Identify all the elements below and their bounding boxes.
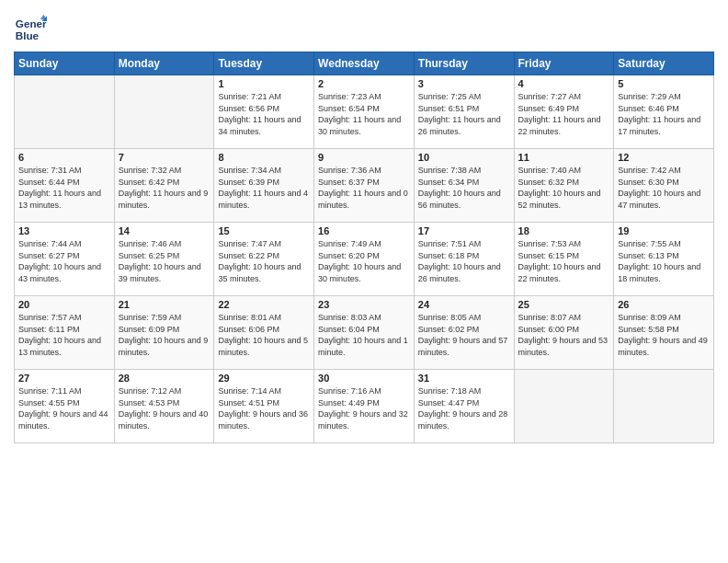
day-number: 14 bbox=[119, 225, 210, 236]
calendar-day-cell: 19Sunrise: 7:55 AMSunset: 6:13 PMDayligh… bbox=[614, 223, 714, 296]
calendar-day-cell: 31Sunrise: 7:18 AMSunset: 4:47 PMDayligh… bbox=[414, 370, 514, 443]
day-info: Sunrise: 7:49 AMSunset: 6:20 PMDaylight:… bbox=[318, 238, 410, 284]
day-info: Sunrise: 7:40 AMSunset: 6:32 PMDaylight:… bbox=[518, 165, 610, 211]
day-info: Sunrise: 7:47 AMSunset: 6:22 PMDaylight:… bbox=[218, 238, 310, 284]
day-info: Sunrise: 7:16 AMSunset: 4:49 PMDaylight:… bbox=[318, 385, 410, 431]
calendar-day-cell bbox=[614, 370, 714, 443]
calendar-day-cell: 17Sunrise: 7:51 AMSunset: 6:18 PMDayligh… bbox=[414, 223, 514, 296]
calendar-week-row: 27Sunrise: 7:11 AMSunset: 4:55 PMDayligh… bbox=[15, 370, 714, 443]
weekday-header-thursday: Thursday bbox=[414, 52, 514, 75]
calendar-day-cell: 25Sunrise: 8:07 AMSunset: 6:00 PMDayligh… bbox=[514, 296, 614, 370]
day-number: 24 bbox=[418, 299, 510, 310]
day-number: 7 bbox=[119, 152, 210, 163]
calendar-week-row: 6Sunrise: 7:31 AMSunset: 6:44 PMDaylight… bbox=[15, 149, 714, 223]
calendar-day-cell: 4Sunrise: 7:27 AMSunset: 6:49 PMDaylight… bbox=[514, 75, 614, 149]
day-info: Sunrise: 8:09 AMSunset: 5:58 PMDaylight:… bbox=[618, 312, 710, 358]
weekday-header-sunday: Sunday bbox=[15, 52, 115, 75]
main-container: General Blue SundayMondayTuesdayWednesda… bbox=[0, 0, 728, 453]
day-number: 9 bbox=[318, 152, 410, 163]
calendar-day-cell bbox=[514, 370, 614, 443]
day-number: 22 bbox=[218, 299, 310, 310]
weekday-header-tuesday: Tuesday bbox=[214, 52, 314, 75]
day-number: 13 bbox=[18, 225, 110, 236]
calendar-day-cell: 28Sunrise: 7:12 AMSunset: 4:53 PMDayligh… bbox=[114, 370, 214, 443]
calendar-day-cell: 6Sunrise: 7:31 AMSunset: 6:44 PMDaylight… bbox=[15, 149, 115, 223]
day-info: Sunrise: 7:18 AMSunset: 4:47 PMDaylight:… bbox=[418, 385, 510, 431]
calendar-table: SundayMondayTuesdayWednesdayThursdayFrid… bbox=[14, 52, 714, 443]
day-number: 18 bbox=[518, 225, 610, 236]
calendar-day-cell: 20Sunrise: 7:57 AMSunset: 6:11 PMDayligh… bbox=[15, 296, 115, 370]
day-number: 11 bbox=[518, 152, 610, 163]
day-number: 23 bbox=[318, 299, 410, 310]
day-number: 4 bbox=[518, 78, 610, 89]
header: General Blue bbox=[14, 9, 714, 46]
day-info: Sunrise: 7:57 AMSunset: 6:11 PMDaylight:… bbox=[18, 312, 110, 358]
day-info: Sunrise: 8:03 AMSunset: 6:04 PMDaylight:… bbox=[318, 312, 410, 358]
calendar-day-cell: 1Sunrise: 7:21 AMSunset: 6:56 PMDaylight… bbox=[214, 75, 314, 149]
day-info: Sunrise: 7:53 AMSunset: 6:15 PMDaylight:… bbox=[518, 238, 610, 284]
calendar-week-row: 13Sunrise: 7:44 AMSunset: 6:27 PMDayligh… bbox=[15, 223, 714, 296]
day-info: Sunrise: 7:23 AMSunset: 6:54 PMDaylight:… bbox=[318, 91, 410, 137]
day-info: Sunrise: 7:34 AMSunset: 6:39 PMDaylight:… bbox=[218, 165, 310, 211]
day-number: 5 bbox=[618, 78, 710, 89]
day-info: Sunrise: 7:31 AMSunset: 6:44 PMDaylight:… bbox=[18, 165, 110, 211]
day-info: Sunrise: 7:51 AMSunset: 6:18 PMDaylight:… bbox=[418, 238, 510, 284]
calendar-header-row: SundayMondayTuesdayWednesdayThursdayFrid… bbox=[15, 52, 714, 75]
calendar-day-cell: 18Sunrise: 7:53 AMSunset: 6:15 PMDayligh… bbox=[514, 223, 614, 296]
day-number: 26 bbox=[618, 299, 710, 310]
day-info: Sunrise: 7:38 AMSunset: 6:34 PMDaylight:… bbox=[418, 165, 510, 211]
calendar-week-row: 1Sunrise: 7:21 AMSunset: 6:56 PMDaylight… bbox=[15, 75, 714, 149]
day-number: 29 bbox=[218, 373, 310, 384]
weekday-header-monday: Monday bbox=[114, 52, 214, 75]
day-info: Sunrise: 7:11 AMSunset: 4:55 PMDaylight:… bbox=[18, 385, 110, 431]
calendar-day-cell: 11Sunrise: 7:40 AMSunset: 6:32 PMDayligh… bbox=[514, 149, 614, 223]
day-number: 8 bbox=[218, 152, 310, 163]
day-number: 17 bbox=[418, 225, 510, 236]
day-info: Sunrise: 7:55 AMSunset: 6:13 PMDaylight:… bbox=[618, 238, 710, 284]
day-number: 10 bbox=[418, 152, 510, 163]
calendar-day-cell: 23Sunrise: 8:03 AMSunset: 6:04 PMDayligh… bbox=[314, 296, 415, 370]
calendar-day-cell: 5Sunrise: 7:29 AMSunset: 6:46 PMDaylight… bbox=[614, 75, 714, 149]
day-info: Sunrise: 8:05 AMSunset: 6:02 PMDaylight:… bbox=[418, 312, 510, 358]
calendar-day-cell: 12Sunrise: 7:42 AMSunset: 6:30 PMDayligh… bbox=[614, 149, 714, 223]
calendar-day-cell: 21Sunrise: 7:59 AMSunset: 6:09 PMDayligh… bbox=[114, 296, 214, 370]
calendar-day-cell bbox=[114, 75, 214, 149]
day-info: Sunrise: 7:46 AMSunset: 6:25 PMDaylight:… bbox=[119, 238, 210, 284]
day-number: 27 bbox=[18, 373, 110, 384]
day-info: Sunrise: 7:27 AMSunset: 6:49 PMDaylight:… bbox=[518, 91, 610, 137]
day-number: 19 bbox=[618, 225, 710, 236]
day-number: 12 bbox=[618, 152, 710, 163]
day-number: 25 bbox=[518, 299, 610, 310]
day-info: Sunrise: 7:42 AMSunset: 6:30 PMDaylight:… bbox=[618, 165, 710, 211]
calendar-day-cell: 2Sunrise: 7:23 AMSunset: 6:54 PMDaylight… bbox=[314, 75, 415, 149]
calendar-day-cell: 30Sunrise: 7:16 AMSunset: 4:49 PMDayligh… bbox=[314, 370, 415, 443]
day-info: Sunrise: 7:14 AMSunset: 4:51 PMDaylight:… bbox=[218, 385, 310, 431]
calendar-day-cell: 22Sunrise: 8:01 AMSunset: 6:06 PMDayligh… bbox=[214, 296, 314, 370]
calendar-day-cell: 10Sunrise: 7:38 AMSunset: 6:34 PMDayligh… bbox=[414, 149, 514, 223]
day-number: 3 bbox=[418, 78, 510, 89]
day-number: 16 bbox=[318, 225, 410, 236]
calendar-day-cell: 29Sunrise: 7:14 AMSunset: 4:51 PMDayligh… bbox=[214, 370, 314, 443]
day-info: Sunrise: 8:01 AMSunset: 6:06 PMDaylight:… bbox=[218, 312, 310, 358]
day-number: 2 bbox=[318, 78, 410, 89]
calendar-day-cell: 13Sunrise: 7:44 AMSunset: 6:27 PMDayligh… bbox=[15, 223, 115, 296]
day-number: 30 bbox=[318, 373, 410, 384]
logo: General Blue bbox=[14, 13, 49, 46]
day-number: 15 bbox=[218, 225, 310, 236]
day-info: Sunrise: 7:25 AMSunset: 6:51 PMDaylight:… bbox=[418, 91, 510, 137]
calendar-day-cell: 16Sunrise: 7:49 AMSunset: 6:20 PMDayligh… bbox=[314, 223, 415, 296]
day-info: Sunrise: 7:44 AMSunset: 6:27 PMDaylight:… bbox=[18, 238, 110, 284]
weekday-header-wednesday: Wednesday bbox=[314, 52, 415, 75]
weekday-header-saturday: Saturday bbox=[614, 52, 714, 75]
logo-icon: General Blue bbox=[14, 13, 47, 46]
svg-text:Blue: Blue bbox=[16, 29, 40, 41]
day-number: 31 bbox=[418, 373, 510, 384]
day-info: Sunrise: 7:21 AMSunset: 6:56 PMDaylight:… bbox=[218, 91, 310, 137]
calendar-day-cell: 7Sunrise: 7:32 AMSunset: 6:42 PMDaylight… bbox=[114, 149, 214, 223]
calendar-day-cell bbox=[15, 75, 115, 149]
weekday-header-friday: Friday bbox=[514, 52, 614, 75]
day-number: 1 bbox=[218, 78, 310, 89]
calendar-day-cell: 24Sunrise: 8:05 AMSunset: 6:02 PMDayligh… bbox=[414, 296, 514, 370]
day-number: 28 bbox=[119, 373, 210, 384]
calendar-week-row: 20Sunrise: 7:57 AMSunset: 6:11 PMDayligh… bbox=[15, 296, 714, 370]
